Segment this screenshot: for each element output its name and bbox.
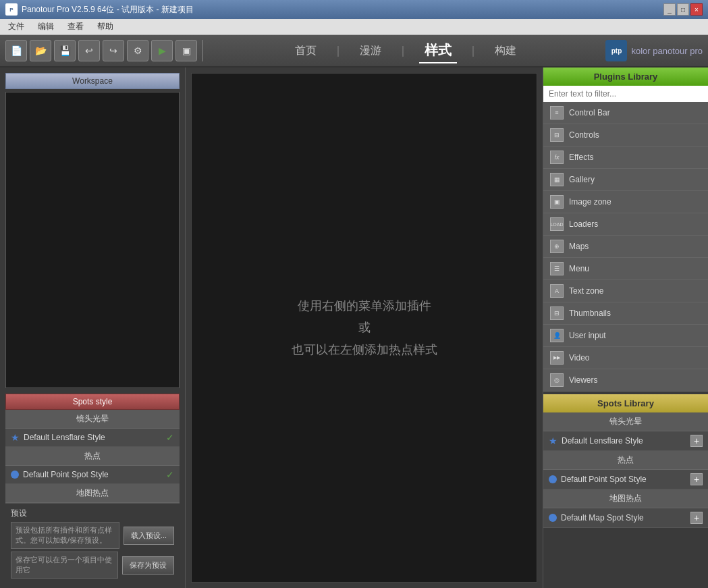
maps-icon: ⊕	[550, 240, 564, 253]
preset-description: 预设包括所有插件和所有点样式。您可以加载/保存预设。	[11, 522, 119, 549]
map-spot-add-button[interactable]: +	[690, 512, 703, 524]
toolbar-new[interactable]: 📄	[5, 40, 27, 61]
maximize-button[interactable]: □	[677, 3, 689, 16]
loaders-icon: LOAD	[550, 217, 564, 231]
spots-lib-hotspot-category[interactable]: 热点	[543, 451, 708, 470]
toolbar-undo[interactable]: ↩	[78, 40, 100, 61]
window-controls[interactable]: _ □ ×	[663, 3, 703, 16]
menu-label: Menu	[569, 264, 589, 273]
canvas-message-line2: 或	[292, 317, 437, 338]
point-spot-check-icon: ✓	[166, 469, 174, 480]
center-canvas: 使用右侧的菜单添加插件 或 也可以在左侧添加热点样式	[191, 73, 537, 583]
menubar: 文件 编辑 查看 帮助	[0, 19, 708, 35]
hotspot-category[interactable]: 热点	[5, 447, 180, 466]
toolbar-build[interactable]: ▣	[175, 40, 197, 61]
plugin-text-zone[interactable]: A Text zone	[543, 280, 708, 302]
gallery-label: Gallery	[569, 175, 595, 184]
plugin-menu[interactable]: ☰ Menu	[543, 258, 708, 280]
image-zone-icon: ▣	[550, 195, 564, 209]
text-zone-icon: A	[550, 284, 564, 298]
minimize-button[interactable]: _	[663, 3, 676, 16]
toolbar: 📄 📂 💾 ↩ ↪ ⚙ ▶ ▣ 首页 ｜ 漫游 ｜ 样式 ｜ 构建 ptp ko…	[0, 35, 708, 68]
image-zone-label: Image zone	[569, 197, 611, 207]
save-preset-button[interactable]: 保存为预设	[122, 556, 174, 574]
plugin-loaders[interactable]: LOAD Loaders	[543, 213, 708, 236]
toolbar-open[interactable]: 📂	[30, 40, 51, 61]
menu-file[interactable]: 文件	[5, 20, 27, 34]
lensflare-add-button[interactable]: +	[690, 435, 703, 447]
spots-lib-lensflare-default[interactable]: ★ Default Lensflare Style +	[543, 431, 708, 451]
menu-help[interactable]: 帮助	[94, 20, 116, 34]
nav-home[interactable]: 首页	[290, 41, 322, 61]
spots-lib-lensflare-category[interactable]: 镜头光晕	[543, 412, 708, 431]
plugin-viewers[interactable]: ◎ Viewers	[543, 369, 708, 392]
spots-lib-lensflare-label: Default Lensflare Style	[562, 436, 686, 446]
spots-lib-point-label: Default Point Spot Style	[561, 475, 686, 484]
map-hotspot-category[interactable]: 地图热点	[5, 484, 180, 503]
ptp-logo-icon: ptp	[605, 40, 627, 61]
canvas-message: 使用右侧的菜单添加插件 或 也可以在左侧添加热点样式	[292, 295, 437, 360]
plugin-thumbnails[interactable]: ⊟ Thumbnails	[543, 302, 708, 325]
close-button[interactable]: ×	[690, 3, 703, 16]
loaders-label: Loaders	[569, 219, 598, 229]
canvas-message-line3: 也可以在左侧添加热点样式	[292, 339, 437, 360]
plugin-user-input[interactable]: 👤 User input	[543, 325, 708, 347]
maps-label: Maps	[569, 242, 589, 251]
lensflare-check-icon: ✓	[166, 432, 174, 443]
user-input-icon: 👤	[550, 329, 564, 342]
logo-text: kolor panotour pro	[631, 46, 703, 56]
plugin-image-zone[interactable]: ▣ Image zone	[543, 191, 708, 213]
load-preset-button[interactable]: 载入预设...	[124, 527, 174, 545]
controls-label: Controls	[569, 130, 599, 140]
point-spot-add-button[interactable]: +	[690, 473, 703, 485]
toolbar-play[interactable]: ▶	[151, 40, 173, 61]
nav-build[interactable]: 构建	[489, 41, 522, 61]
viewers-label: Viewers	[569, 375, 597, 385]
control-bar-icon: ≡	[550, 106, 564, 119]
plugin-controls[interactable]: ⊟ Controls	[543, 124, 708, 146]
spots-lib-point-spot[interactable]: Default Point Spot Style +	[543, 470, 708, 489]
spots-lib-star-icon: ★	[549, 435, 557, 446]
preset-row: 预设包括所有插件和所有点样式。您可以加载/保存预设。 载入预设...	[11, 522, 174, 549]
plugin-effects[interactable]: fx Effects	[543, 146, 708, 169]
gallery-icon: ▦	[550, 173, 564, 186]
nav-sep-2: ｜	[398, 44, 408, 58]
lensflare-default-item[interactable]: ★ Default Lensflare Style ✓	[5, 429, 180, 447]
spots-lib-map-category[interactable]: 地图热点	[543, 489, 708, 508]
plugin-control-bar[interactable]: ≡ Control Bar	[543, 102, 708, 124]
toolbar-settings[interactable]: ⚙	[127, 40, 148, 61]
toolbar-redo[interactable]: ↪	[103, 40, 124, 61]
point-spot-item[interactable]: Default Point Spot Style ✓	[5, 466, 180, 484]
lensflare-category[interactable]: 镜头光晕	[5, 410, 180, 429]
nav-sep-1: ｜	[333, 44, 344, 58]
window-title: Panotour Pro V2.5.9 64位 - 试用版本 - 新建项目	[22, 4, 194, 16]
video-label: Video	[569, 353, 589, 363]
lensflare-item-label: Default Lensflare Style	[24, 433, 162, 442]
spots-lib-map-label: Default Map Spot Style	[561, 513, 686, 523]
app-logo: P	[5, 3, 18, 16]
plugin-gallery[interactable]: ▦ Gallery	[543, 169, 708, 191]
spots-lib-map-spot[interactable]: Default Map Spot Style +	[543, 508, 708, 528]
thumbnails-label: Thumbnails	[569, 309, 611, 318]
star-icon: ★	[11, 432, 20, 443]
menu-icon: ☰	[550, 262, 564, 275]
menu-view[interactable]: 查看	[65, 20, 86, 34]
plugin-maps[interactable]: ⊕ Maps	[543, 236, 708, 258]
spots-lib-dot-icon	[549, 475, 557, 483]
plugins-filter-input[interactable]	[543, 86, 708, 102]
titlebar: P Panotour Pro V2.5.9 64位 - 试用版本 - 新建项目 …	[0, 0, 708, 19]
menu-edit[interactable]: 编辑	[35, 20, 57, 34]
right-panel: Plugins Library ≡ Control Bar ⊟ Controls…	[543, 68, 708, 588]
dot-icon	[11, 471, 19, 479]
toolbar-save[interactable]: 💾	[54, 40, 76, 61]
controls-icon: ⊟	[550, 128, 564, 142]
thumbnails-icon: ⊟	[550, 306, 564, 320]
text-zone-label: Text zone	[569, 286, 603, 296]
plugins-library-header: Plugins Library	[543, 68, 708, 86]
nav-style[interactable]: 样式	[419, 38, 457, 63]
toolbar-logo: ptp kolor panotour pro	[605, 40, 703, 61]
nav-tour[interactable]: 漫游	[354, 41, 387, 61]
plugin-video[interactable]: ▶▶ Video	[543, 347, 708, 369]
spots-section: Spots style 镜头光晕 ★ Default Lensflare Sty…	[5, 394, 180, 503]
point-spot-label: Default Point Spot Style	[23, 470, 162, 479]
